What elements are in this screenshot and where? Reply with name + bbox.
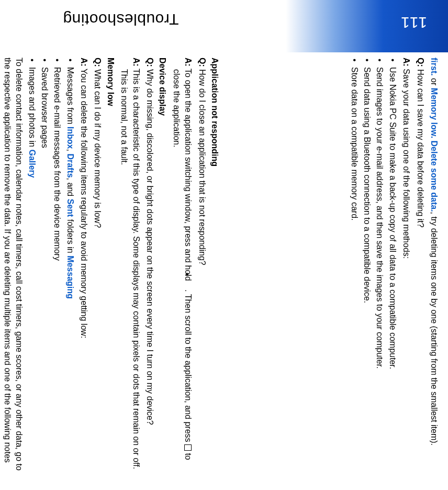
note-text-2: Memory low. Delete some data. [430,88,439,212]
bullet-text: Send data using a Bluetooth connection t… [363,67,372,303]
q-label: Q: [416,58,425,67]
q-text: What can I do if my device memory is low… [93,67,102,228]
qa-memory-low: Q: What can I do if my device memory is … [92,58,103,476]
list-item: Images and photos in Gallery [26,58,37,476]
column-right: first. or Memory low. Delete some data.,… [347,58,440,476]
page-header: Troubleshooting 111 [0,0,448,52]
bullet-text: Store data on a compatible memory card. [350,67,359,220]
a-text-1: To open the application switching window… [184,66,193,283]
sep: , and [66,178,75,199]
q-label: Q: [93,58,102,67]
a-text-2: . Then scroll to the application, and pr… [184,289,193,444]
link-drafts: Drafts [66,153,75,177]
cont-or: or [430,76,439,88]
heading-memory-low: Memory low [104,58,116,476]
a-label: A: [132,58,141,66]
document-page: Troubleshooting 111 Application not resp… [0,0,448,490]
q-label: Q: [198,58,207,67]
list-item: Store data on a compatible memory card. [348,58,360,476]
heading-device-display: Device display [156,58,168,476]
bullet-text: Use Nokia PC Suite to make a back-up cop… [388,67,397,369]
cont-post: , try deleting items one by one (startin… [430,212,439,446]
menu-key-icon: ✦ [184,283,190,289]
a-text: Save your data using one of the followin… [402,66,411,259]
a-label: A: [184,58,193,66]
page-number: 111 [401,14,427,31]
header-gradient: 111 [286,0,448,52]
list-item: Saved browser pages [39,58,50,476]
bullet-text-post: folders in [66,217,75,255]
link-inbox: Inbox [66,127,75,149]
qa-memory-low-answer: A: You can delete the following items re… [78,58,89,476]
a-label: A: [80,58,88,66]
qa-display-dots: Q: Why do missing, discolored, or bright… [144,58,155,476]
list-item: Messages from Inbox, Drafts, and Sent fo… [64,58,75,476]
list-item: Send data using a Bluetooth connection t… [361,58,373,476]
a-label: A: [402,58,411,66]
delete-data-paragraph: To delete contact information, calendar … [0,58,25,476]
link-gallery: Gallery [28,149,37,177]
bullet-text: Saved browser pages [40,67,49,148]
a-text: You can delete the following items regul… [80,66,88,338]
q-text: How can I save my data before deleting i… [416,67,425,228]
qa-close-app-answer: A: To open the application switching win… [170,58,194,476]
note-first: first. [430,58,439,76]
q-text: How do I close an application that is no… [198,67,207,265]
list-item: Send images to your e-mail address, and … [374,58,385,476]
bullet-text-pre: Images and photos in [28,67,37,149]
memory-delete-list: Messages from Inbox, Drafts, and Sent fo… [26,58,76,476]
para-text: To delete contact information, calendar … [0,58,24,471]
q-label: Q: [145,58,154,67]
list-item: Retrieved e-mail messages from the devic… [51,58,63,476]
qa-display-dots-answer: A: This is a characteristic of this type… [118,58,142,476]
link-sent: Sent [66,199,75,217]
bullet-text: Retrieved e-mail messages from the devic… [53,67,62,261]
q-text: Why do missing, discolored, or bright do… [145,67,154,425]
qa-save-before-delete-answer: A: Save your data using one of the follo… [400,58,412,476]
bullet-text-pre: Messages from [66,67,75,127]
qa-close-app: Q: How do I close an application that is… [196,58,207,476]
qa-save-before-delete: Q: How can I save my data before deletin… [414,58,425,476]
content-area: Application not responding Q: How do I c… [0,58,448,490]
header-title: Troubleshooting [63,10,179,28]
heading-app-not-responding: Application not responding [209,58,220,476]
a-text: This is a characteristic of this type of… [120,66,140,469]
save-methods-list: Use Nokia PC Suite to make a back-up cop… [348,58,398,476]
bullet-text: Send images to your e-mail address, and … [375,67,384,369]
link-messaging: Messaging [66,255,75,299]
list-item: Use Nokia PC Suite to make a back-up cop… [386,58,398,476]
delete-data-paragraph-cont: first. or Memory low. Delete some data.,… [428,58,440,476]
clear-key-icon [184,444,192,451]
column-left: Application not responding Q: How do I c… [0,58,222,476]
